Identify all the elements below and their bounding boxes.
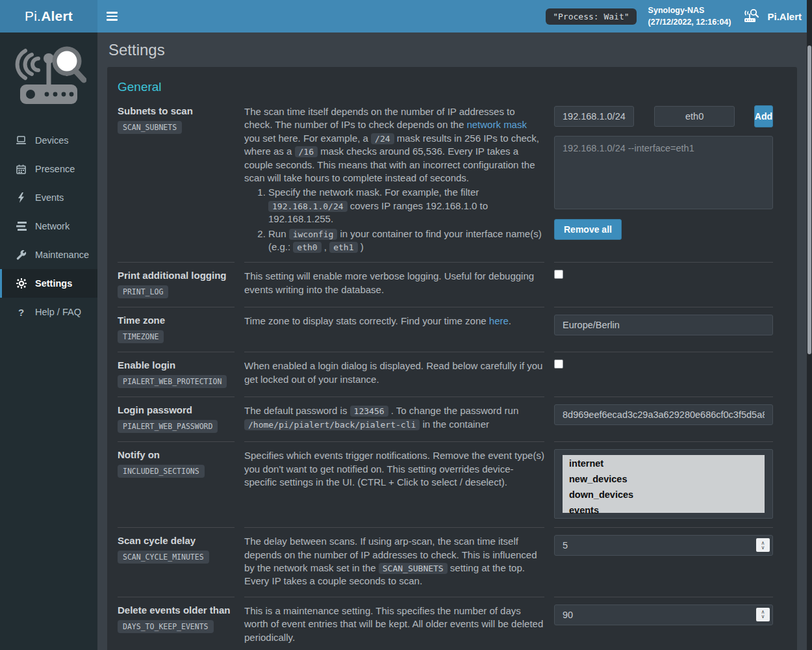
inline-code: eth0	[293, 242, 321, 253]
setting-key-badge: TIMEZONE	[118, 330, 164, 343]
setting-label-cell: Notify onINCLUDED_SECTIONS	[118, 441, 235, 527]
setting-description: Specifies which events trigger notificat…	[244, 441, 544, 527]
gear-icon	[16, 278, 27, 289]
question-icon: ?	[16, 307, 27, 318]
sidebar-item-label: Presence	[35, 164, 75, 174]
desc-text: Run	[268, 228, 289, 239]
desc-text: )	[358, 241, 364, 252]
multiselect-option[interactable]: down_devices	[563, 487, 765, 502]
number-stepper-icon[interactable]: ∧∨	[756, 608, 770, 621]
sidebar-item-settings[interactable]: Settings	[0, 269, 97, 298]
setting-checkbox[interactable]	[554, 359, 563, 369]
number-stepper-icon[interactable]: ∧∨	[756, 538, 770, 552]
setting-label-cell: Delete events older thanDAYS_TO_KEEP_EVE…	[118, 597, 235, 650]
setting-text-input[interactable]	[554, 315, 773, 335]
setting-text-input[interactable]	[554, 404, 773, 425]
subnet-input[interactable]	[554, 106, 634, 127]
subnet-entry[interactable]: 192.168.1.0/24 --interface=eth1	[563, 142, 765, 156]
setting-key-badge: INCLUDED_SECTIONS	[118, 465, 205, 478]
desc-text: Specify the network mask. For example, t…	[268, 187, 479, 198]
inline-code: /home/pi/pialert/back/pialert-cli	[244, 419, 420, 430]
bolt-icon	[16, 192, 27, 203]
multiselect-option[interactable]: internet	[563, 456, 765, 471]
interface-input[interactable]	[654, 106, 734, 127]
setting-description: Time zone to display stats correctly. Fi…	[244, 307, 544, 352]
setting-label-cell: Time zoneTIMEZONE	[118, 307, 235, 352]
setting-number-input[interactable]	[554, 535, 773, 556]
setting-label: Time zone	[118, 315, 235, 326]
desc-text: The default password is	[244, 405, 350, 416]
brand-pre: Pi.	[25, 8, 41, 24]
sidebar-item-presence[interactable]: Presence	[0, 155, 97, 183]
desc-text: . To change the password run	[388, 405, 519, 416]
setting-row: Subnets to scanSCAN_SUBNETSThe scan time…	[118, 98, 773, 262]
navbar: "Process: Wait" Synology-NAS (27/12/2022…	[97, 0, 812, 32]
setting-label-cell: Enable loginPIALERT_WEB_PROTECTION	[118, 352, 235, 396]
setting-label: Enable login	[118, 359, 235, 370]
setting-control-cell: Add192.168.1.0/24 --interface=eth1Remove…	[554, 98, 773, 262]
sidebar-item-maintenance[interactable]: Maintenance	[0, 240, 97, 269]
sidebar-menu: DevicesPresenceEventsNetworkMaintenanceS…	[0, 126, 97, 326]
sidebar: DevicesPresenceEventsNetworkMaintenanceS…	[0, 32, 97, 650]
multiselect-option[interactable]: events	[563, 502, 765, 518]
setting-key-badge: SCAN_SUBNETS	[118, 121, 182, 134]
brand-logo[interactable]: Pi.Alert	[0, 0, 97, 32]
top-navbar: Pi.Alert "Process: Wait" Synology-NAS (2…	[0, 0, 812, 32]
multiselect-option[interactable]: new_devices	[563, 471, 765, 487]
setting-description: The scan time itself depends on the numb…	[244, 98, 544, 262]
wrench-icon	[16, 250, 27, 260]
setting-checkbox[interactable]	[554, 270, 563, 279]
setting-control-cell: ∧∨	[554, 527, 773, 597]
remove-all-button[interactable]: Remove all	[554, 219, 622, 240]
setting-key-badge: PIALERT_WEB_PASSWORD	[118, 420, 218, 433]
page-title: Settings	[108, 41, 797, 59]
inline-link[interactable]: network mask	[466, 119, 527, 130]
main-content: Settings GeneralSubnets to scanSCAN_SUBN…	[97, 32, 807, 650]
scrollbar-track	[807, 0, 812, 650]
host-timestamp: (27/12/2022, 12:16:04)	[648, 16, 731, 28]
setting-label: Delete events older than	[118, 604, 235, 616]
notify-multiselect[interactable]: internetnew_devicesdown_devicesevents	[554, 449, 773, 519]
setting-row: Notify onINCLUDED_SECTIONSSpecifies whic…	[118, 441, 773, 527]
laptop-icon	[16, 136, 27, 145]
description-list-item: Run iwconfig in your container to find y…	[268, 228, 544, 254]
setting-description: The delay between scans. If using arp-sc…	[244, 527, 544, 597]
scrollbar-thumb[interactable]	[807, 46, 811, 354]
host-name: Synology-NAS	[648, 5, 731, 16]
sidebar-item-devices[interactable]: Devices	[0, 126, 97, 155]
sidebar-item-label: Help / FAQ	[35, 307, 81, 317]
setting-label-cell: Scan cycle delaySCAN_CYCLE_MINUTES	[118, 527, 235, 597]
sidebar-item-network[interactable]: Network	[0, 212, 97, 240]
sidebar-item-help[interactable]: ?Help / FAQ	[0, 298, 97, 326]
settings-panels: GeneralSubnets to scanSCAN_SUBNETSThe sc…	[107, 67, 797, 650]
sidebar-toggle-icon[interactable]	[97, 0, 127, 32]
setting-description: This is a maintenance setting. This spec…	[244, 597, 544, 650]
setting-label-cell: Login passwordPIALERT_WEB_PASSWORD	[118, 396, 235, 441]
inline-link[interactable]: here	[489, 315, 509, 326]
inline-code: /16	[295, 146, 318, 157]
desc-text: This is a maintenance setting. This spec…	[244, 605, 543, 643]
brand-bold: Alert	[41, 8, 73, 24]
setting-label: Notify on	[118, 449, 235, 460]
inline-code: iwconfig	[289, 229, 338, 240]
sidebar-item-label: Devices	[35, 135, 69, 146]
setting-row: Enable loginPIALERT_WEB_PROTECTIONWhen e…	[118, 352, 773, 396]
setting-key-badge: DAYS_TO_KEEP_EVENTS	[118, 620, 214, 633]
setting-description: When enabled a login dialog is displayed…	[244, 352, 544, 396]
app-badge: Pi.Alert	[742, 8, 802, 24]
desc-text: Time zone to display stats correctly. Fi…	[244, 315, 489, 326]
desc-text: Specifies which events trigger notificat…	[244, 450, 544, 488]
sidebar-item-label: Maintenance	[35, 250, 89, 260]
section-title: General	[118, 80, 773, 94]
navbar-right: "Process: Wait" Synology-NAS (27/12/2022…	[546, 5, 812, 28]
setting-key-badge: PRINT_LOG	[118, 285, 168, 298]
process-status-badge: "Process: Wait"	[546, 8, 636, 25]
subnet-listbox[interactable]: 192.168.1.0/24 --interface=eth1	[554, 136, 773, 209]
setting-row: Delete events older thanDAYS_TO_KEEP_EVE…	[118, 597, 773, 650]
desc-text: in the container	[420, 419, 489, 430]
add-subnet-button[interactable]: Add	[754, 105, 773, 127]
setting-label-cell: Print additional loggingPRINT_LOG	[118, 262, 235, 307]
setting-number-input[interactable]	[554, 604, 773, 625]
inline-code: eth1	[329, 242, 357, 253]
sidebar-item-events[interactable]: Events	[0, 183, 97, 212]
